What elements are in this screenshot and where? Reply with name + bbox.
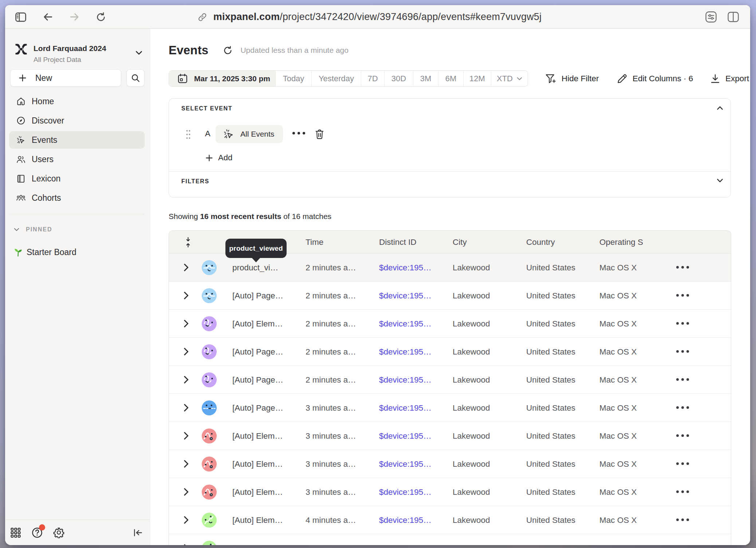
collapse-rows-icon[interactable]: [184, 237, 192, 248]
cell-distinct-id[interactable]: $device:195…: [379, 254, 432, 282]
address-bar[interactable]: mixpanel.com/project/3472420/view/397469…: [198, 5, 542, 29]
table-row[interactable]: [Auto] Page… 2 minutes a… $device:195… L…: [169, 366, 731, 394]
table-row[interactable]: [169, 534, 731, 545]
pinned-label: PINNED: [26, 226, 52, 233]
export-button[interactable]: Export: [710, 70, 749, 87]
cell-distinct-id[interactable]: $device:195…: [379, 310, 432, 338]
project-switcher[interactable]: Lord Farquaad 2024 All Project Data: [15, 42, 142, 71]
row-actions-icon[interactable]: [676, 462, 689, 465]
drag-handle-icon[interactable]: [186, 129, 191, 140]
expand-row-icon[interactable]: [184, 544, 189, 545]
column-header-os[interactable]: Operating S: [599, 231, 643, 254]
table-row[interactable]: [Auto] Elem… 4 minutes a… $device:195… L…: [169, 506, 731, 534]
cell-event-name[interactable]: [Auto] Page…: [232, 394, 283, 422]
expand-row-icon[interactable]: [184, 263, 189, 272]
cell-event-name[interactable]: [Auto] Page…: [232, 282, 283, 310]
table-row[interactable]: [Auto] Page… 3 minutes a… $device:195… L…: [169, 394, 731, 422]
apps-grid-icon[interactable]: [10, 527, 21, 538]
expand-row-icon[interactable]: [184, 488, 189, 496]
cell-event-name[interactable]: [Auto] Page…: [232, 338, 283, 366]
cell-country: United States: [526, 254, 575, 282]
trash-icon[interactable]: [315, 129, 324, 140]
sidebar-item-lexicon[interactable]: Lexicon: [9, 170, 145, 187]
sidebar-item-starter-board[interactable]: Starter Board: [13, 246, 76, 259]
cell-distinct-id[interactable]: $device:195…: [379, 366, 432, 394]
new-button[interactable]: New: [10, 69, 121, 87]
cell-country: United States: [526, 310, 575, 338]
table-row[interactable]: [Auto] Elem… 2 minutes a… $device:195… L…: [169, 310, 731, 338]
split-view-icon[interactable]: [727, 11, 739, 23]
table-row[interactable]: [Auto] Elem… 3 minutes a… $device:195… L…: [169, 450, 731, 478]
table-row[interactable]: [Auto] Elem… 3 minutes a… $device:195… L…: [169, 422, 731, 450]
hide-filter-button[interactable]: Hide Filter: [545, 70, 599, 87]
back-icon[interactable]: [42, 11, 54, 23]
sidebar-item-discover[interactable]: Discover: [9, 112, 145, 129]
expand-row-icon[interactable]: [184, 319, 189, 328]
events-cursor-icon: [16, 134, 25, 145]
row-actions-icon[interactable]: [676, 378, 689, 381]
row-actions-icon[interactable]: [676, 350, 689, 353]
sidebar-item-home[interactable]: Home: [9, 93, 145, 110]
expand-row-icon[interactable]: [184, 431, 189, 440]
table-row[interactable]: [Auto] Page… 2 minutes a… $device:195… L…: [169, 282, 731, 310]
sidebar-item-users[interactable]: Users: [9, 150, 145, 168]
refresh-icon[interactable]: [223, 46, 233, 55]
page-settings-icon[interactable]: [705, 11, 717, 23]
column-header-time[interactable]: Time: [306, 231, 323, 254]
avatar-skyblue: [202, 288, 217, 303]
cell-distinct-id[interactable]: $device:195…: [379, 506, 432, 534]
event-row-letter: A: [205, 129, 210, 138]
sidebar-item-cohorts[interactable]: Cohorts: [9, 189, 145, 207]
cell-os: Mac OS X: [599, 506, 637, 534]
table-row[interactable]: [Auto] Page… 2 minutes a… $device:195… L…: [169, 338, 731, 366]
search-button[interactable]: [126, 69, 145, 87]
row-actions-icon[interactable]: [676, 294, 689, 297]
row-actions-icon[interactable]: [676, 490, 689, 493]
cell-distinct-id[interactable]: $device:195…: [379, 282, 432, 310]
chevron-down-icon[interactable]: [717, 179, 723, 183]
gear-icon[interactable]: [53, 527, 64, 538]
more-dots-icon[interactable]: [292, 132, 305, 134]
event-selector-chip[interactable]: All Events: [216, 125, 283, 143]
cell-distinct-id[interactable]: $device:195…: [379, 422, 432, 450]
cell-event-name[interactable]: [Auto] Elem…: [232, 310, 283, 338]
row-actions-icon[interactable]: [676, 518, 689, 521]
row-actions-icon[interactable]: [676, 406, 689, 409]
sidebar-item-events[interactable]: Events: [9, 131, 145, 149]
help-icon[interactable]: [31, 527, 43, 539]
cell-event-name[interactable]: [Auto] Page…: [232, 366, 283, 394]
query-builder-panel: SELECT EVENT A All Events Add FILTERS: [169, 98, 731, 197]
expand-row-icon[interactable]: [184, 516, 189, 524]
collapse-sidebar-icon[interactable]: [133, 528, 143, 537]
cell-event-name[interactable]: [Auto] Elem…: [232, 506, 283, 534]
cell-distinct-id[interactable]: $device:195…: [379, 338, 432, 366]
compass-icon: [16, 115, 25, 126]
cell-event-name[interactable]: [Auto] Elem…: [232, 450, 283, 478]
chevron-up-icon[interactable]: [717, 106, 723, 110]
cell-distinct-id[interactable]: $device:195…: [379, 450, 432, 478]
add-event-button[interactable]: Add: [205, 152, 232, 164]
expand-row-icon[interactable]: [184, 459, 189, 468]
cell-os: Mac OS X: [599, 282, 637, 310]
edit-columns-button[interactable]: Edit Columns · 6: [617, 70, 693, 87]
cell-event-name[interactable]: [Auto] Elem…: [232, 422, 283, 450]
cell-event-name[interactable]: [Auto] Elem…: [232, 478, 283, 506]
sidebar-toggle-icon[interactable]: [15, 11, 27, 23]
row-actions-icon[interactable]: [676, 266, 689, 269]
expand-row-icon[interactable]: [184, 347, 189, 356]
expand-row-icon[interactable]: [184, 291, 189, 300]
expand-row-icon[interactable]: [184, 375, 189, 384]
cell-city: Lakewood: [453, 338, 490, 366]
reload-icon[interactable]: [95, 12, 106, 23]
cell-distinct-id[interactable]: $device:195…: [379, 394, 432, 422]
column-header-city[interactable]: City: [453, 231, 467, 254]
row-actions-icon[interactable]: [676, 322, 689, 325]
column-header-country[interactable]: Country: [526, 231, 555, 254]
table-row[interactable]: [Auto] Elem… 3 minutes a… $device:195… L…: [169, 478, 731, 506]
cell-time: 4 minutes a…: [306, 506, 356, 534]
cell-distinct-id[interactable]: $device:195…: [379, 478, 432, 506]
pinned-section-header[interactable]: PINNED: [14, 224, 52, 235]
row-actions-icon[interactable]: [676, 434, 689, 437]
column-header-distinct-id[interactable]: Distinct ID: [379, 231, 417, 254]
expand-row-icon[interactable]: [184, 403, 189, 412]
